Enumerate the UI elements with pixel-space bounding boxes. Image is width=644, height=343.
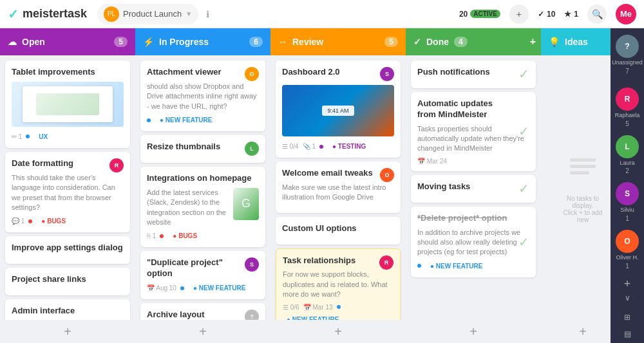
- card-task-relationships[interactable]: Task relationships R For now we support …: [276, 248, 401, 320]
- right-sidebar: ? Unassigned 7 R Raphaela 5 L Laura 2 S …: [611, 28, 644, 343]
- bugs-tag: ● BUGS: [169, 231, 201, 241]
- sidebar-chevron-icon[interactable]: ∨: [625, 293, 630, 302]
- project-dropdown-icon: ▼: [185, 10, 192, 17]
- project-avatar: PL: [104, 6, 119, 22]
- card-date-formatting[interactable]: Date formatting R This should take the u…: [5, 152, 130, 232]
- card-attachment-viewer[interactable]: Attachment viewer O should also show Dro…: [140, 60, 265, 131]
- card-footer: ✏ 1 UX: [12, 132, 124, 142]
- card-push-notifications[interactable]: Push notifications ✓: [411, 60, 536, 88]
- sidebar-user-oliver[interactable]: O Oliver H. 1: [613, 227, 641, 272]
- card-integrations[interactable]: Integrations on homepage Add the latest …: [140, 167, 265, 247]
- ideas-empty-state: No tasks to display.Click + to add new: [546, 60, 611, 315]
- card-title: Improve app settings dialog: [12, 243, 124, 254]
- user-avatar-main[interactable]: Me: [616, 4, 636, 24]
- card-desc: For now we support blocks, duplicates an…: [283, 270, 393, 299]
- card-footer: ⎘ 1 ● BUGS: [147, 231, 259, 241]
- card-title: Custom UI options: [282, 223, 394, 234]
- card-title: Integrations on homepage: [147, 173, 259, 184]
- feature-dot: [337, 305, 341, 309]
- column-inprogress: ⚡ In Progress 6 Attachment viewer O shou…: [135, 28, 270, 343]
- ideas-empty-icon: [567, 152, 599, 190]
- card-title: Admin interface: [12, 306, 124, 317]
- card-admin-interface[interactable]: Admin interface: [5, 299, 130, 320]
- done-add-icon[interactable]: +: [530, 36, 536, 48]
- inprogress-count: 6: [249, 37, 263, 47]
- inprogress-add-btn[interactable]: +: [135, 320, 270, 343]
- ideas-add-btn[interactable]: +: [541, 320, 611, 343]
- card-avatar: O: [245, 67, 259, 81]
- column-review: ↔ Review 5 Dashboard 2.0 S 9:41 AM: [270, 28, 406, 343]
- check-count: 10: [547, 10, 555, 19]
- card-archive-layout[interactable]: Archive layout ?: [140, 303, 265, 320]
- card-tablet-improvements[interactable]: Tablet improvements ✏ 1 UX: [5, 60, 130, 148]
- card-title: Automatic updates from MindMeister: [417, 98, 529, 120]
- card-desc: Make sure we use the latest intro illust…: [282, 183, 394, 203]
- card-footer: ● NEW FEATURE: [417, 261, 529, 271]
- silviu-name: Silviu: [620, 207, 634, 214]
- card-avatar: R: [379, 255, 393, 270]
- card-avatar: S: [380, 67, 394, 81]
- card-dashboard[interactable]: Dashboard 2.0 S 9:41 AM ☰ 0/4 📎 1 ● TEST…: [276, 60, 401, 158]
- project-selector[interactable]: PL Product Launch ▼: [97, 4, 198, 24]
- card-resize-thumbnails[interactable]: Resize thumbnails L: [140, 135, 265, 163]
- col-body-inprogress: Attachment viewer O should also show Dro…: [135, 55, 270, 320]
- card-avatar: ?: [245, 310, 259, 320]
- card-delete-project[interactable]: *Delete project* option In addition to a…: [411, 207, 536, 277]
- card-avatar: O: [380, 168, 394, 182]
- svg-rect-0: [570, 158, 596, 162]
- card-auto-updates[interactable]: Automatic updates from MindMeister Tasks…: [411, 92, 536, 171]
- bugs-tag: ● BUGS: [37, 216, 70, 226]
- card-title: Resize thumbnails: [147, 142, 220, 153]
- card-welcome-email[interactable]: Welcome email tweaks O Make sure we use …: [276, 162, 401, 213]
- add-task-btn[interactable]: +: [509, 5, 529, 24]
- feature-dot: [180, 286, 184, 290]
- open-add-btn[interactable]: +: [0, 320, 135, 343]
- review-add-btn[interactable]: +: [270, 320, 406, 343]
- svg-rect-2: [570, 171, 589, 174]
- open-count: 5: [114, 37, 128, 47]
- info-icon[interactable]: ℹ: [206, 9, 209, 19]
- card-project-share[interactable]: Project share links: [5, 268, 130, 295]
- card-footer: ☰ 0/6 📅 Mar 13 ● NEW FEATURE: [283, 304, 393, 320]
- silviu-avatar: S: [616, 182, 639, 205]
- card-footer: 📅 Aug 10 ● NEW FEATURE: [147, 283, 259, 293]
- sidebar-grid-icon[interactable]: ⊞: [621, 310, 633, 324]
- search-btn[interactable]: 🔍: [587, 5, 607, 24]
- topnav: ✓ meistertask PL Product Launch ▼ ℹ 20 A…: [0, 0, 644, 28]
- col-header-review: ↔ Review 5: [270, 28, 406, 55]
- review-count: 5: [384, 37, 398, 47]
- ux-dot: [26, 134, 30, 138]
- stats: ☰ 0/6: [283, 304, 299, 311]
- unassigned-name: Unassigned: [612, 59, 643, 66]
- open-label: Open: [22, 37, 45, 47]
- inprogress-label: In Progress: [159, 37, 209, 47]
- col-header-done: ✓ Done 4 +: [406, 28, 541, 55]
- sidebar-layout-icon[interactable]: ▤: [621, 327, 634, 341]
- logo-text: meistertask: [23, 7, 87, 21]
- sidebar-user-laura[interactable]: L Laura 2: [613, 133, 641, 178]
- svg-rect-1: [570, 165, 596, 168]
- col-header-inprogress: ⚡ In Progress 6: [135, 28, 270, 55]
- card-avatar: L: [245, 142, 259, 156]
- card-custom-ui[interactable]: Custom UI options: [276, 217, 401, 245]
- sidebar-user-raphaela[interactable]: R Raphaela 5: [612, 85, 643, 130]
- silviu-count: 1: [625, 215, 629, 222]
- bugs-dot: [28, 219, 32, 223]
- active-stat: 20 ACTIVE: [459, 10, 500, 19]
- col-body-open: Tablet improvements ✏ 1 UX: [0, 55, 135, 320]
- sidebar-user-silviu[interactable]: S Silviu 1: [613, 180, 641, 225]
- card-desc: This should take the user's language int…: [12, 173, 124, 213]
- card-title: Task relationships: [283, 255, 355, 266]
- nav-stats: 20 ACTIVE + ✓ 10 ★ 1 🔍 Me: [459, 4, 636, 24]
- card-app-settings[interactable]: Improve app settings dialog: [5, 236, 130, 264]
- card-duplicate-project[interactable]: "Duplicate project" option S 📅 Aug 10 ● …: [140, 251, 265, 299]
- raphaela-count: 5: [625, 120, 629, 127]
- sidebar-user-unassigned[interactable]: ? Unassigned 7: [609, 32, 644, 77]
- sidebar-add-btn[interactable]: +: [624, 277, 631, 291]
- card-moving-tasks[interactable]: Moving tasks ✓: [411, 175, 536, 203]
- feature-tag: ● NEW FEATURE: [156, 115, 216, 125]
- done-add-btn[interactable]: +: [406, 320, 541, 343]
- card-image: 9:41 AM: [282, 85, 394, 136]
- card-image: [12, 82, 124, 127]
- columns-wrapper: ☁ Open 5 Tablet improvements ✏ 1: [0, 28, 611, 343]
